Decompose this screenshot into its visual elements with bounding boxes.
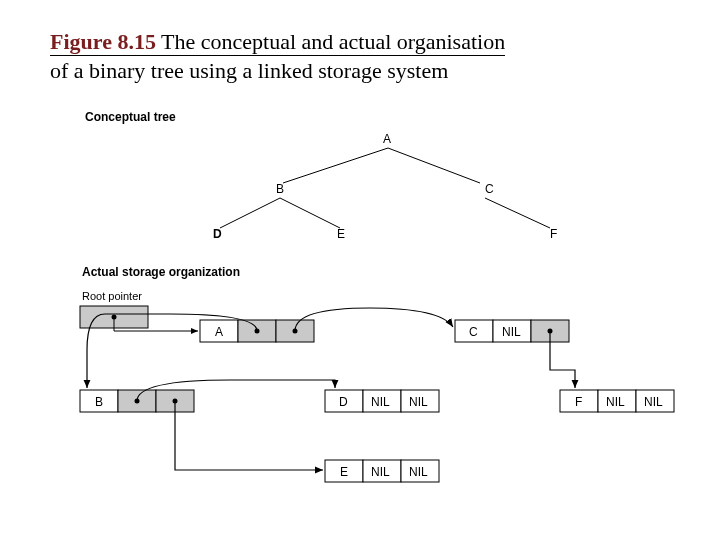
tree-node-c: C — [485, 182, 494, 196]
cell-e-nil1: NIL — [371, 465, 390, 479]
tree-node-f: F — [550, 227, 557, 241]
cell-d: D — [339, 395, 348, 409]
cell-d-nil1: NIL — [371, 395, 390, 409]
tree-node-b: B — [276, 182, 284, 196]
conceptual-tree-label: Conceptual tree — [85, 110, 176, 124]
tree-node-d: D — [213, 227, 222, 241]
storage-diagram: A C NIL B D NIL NIL F NIL NIL E NIL NIL — [70, 300, 700, 520]
cell-c: C — [469, 325, 478, 339]
cell-f-nil1: NIL — [606, 395, 625, 409]
figure-caption-part1: The conceptual and actual organisation — [161, 29, 505, 54]
svg-line-2 — [220, 198, 280, 228]
svg-line-3 — [280, 198, 340, 228]
svg-line-0 — [283, 148, 388, 183]
cell-f-nil2: NIL — [644, 395, 663, 409]
cell-b: B — [95, 395, 103, 409]
figure-caption-part2: of a binary tree using a linked storage … — [50, 58, 448, 83]
cell-e: E — [340, 465, 348, 479]
actual-storage-label: Actual storage organization — [82, 265, 240, 279]
svg-line-1 — [388, 148, 480, 183]
cell-a: A — [215, 325, 223, 339]
cell-c-nil: NIL — [502, 325, 521, 339]
cell-d-nil2: NIL — [409, 395, 428, 409]
figure-number: Figure 8.15 — [50, 29, 156, 54]
tree-node-a: A — [383, 132, 391, 146]
svg-line-4 — [485, 198, 550, 228]
cell-f: F — [575, 395, 582, 409]
cell-e-nil2: NIL — [409, 465, 428, 479]
tree-node-e: E — [337, 227, 345, 241]
figure-title: Figure 8.15 The conceptual and actual or… — [50, 28, 630, 85]
